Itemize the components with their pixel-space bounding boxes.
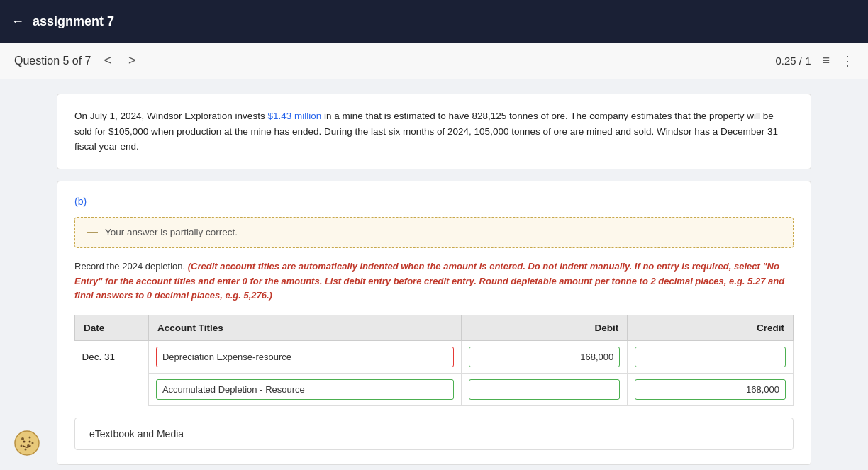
svg-point-1 <box>21 437 24 440</box>
svg-point-2 <box>29 437 31 439</box>
score-area: 0.25 / 1 ≡ ⋮ <box>775 53 854 69</box>
account-input-1[interactable] <box>156 347 455 367</box>
col-header-debit: Debit <box>462 315 628 341</box>
main-content: On July 1, 2024, Windsor Exploration inv… <box>0 79 868 470</box>
col-header-account: Account Titles <box>148 315 462 341</box>
debit-input-2[interactable] <box>469 379 620 400</box>
col-header-credit: Credit <box>628 315 794 341</box>
date-cell-1: Dec. 31 <box>75 341 149 374</box>
svg-point-0 <box>15 431 39 455</box>
journal-table: Date Account Titles Debit Credit Dec. 31 <box>74 315 794 406</box>
prev-question-button[interactable]: < <box>100 52 116 69</box>
problem-text-part1: On July 1, 2024, Windsor Exploration inv… <box>74 111 267 121</box>
problem-highlight: $1.43 million <box>267 111 321 121</box>
account-cell-1 <box>148 341 462 374</box>
nav-title: assignment 7 <box>33 14 114 29</box>
debit-cell-2 <box>462 374 628 406</box>
instruction-start: Record the 2024 depletion. <box>74 261 188 272</box>
back-button[interactable]: ← <box>11 14 24 29</box>
table-row <box>75 374 794 406</box>
question-bar: Question 5 of 7 < > 0.25 / 1 ≡ ⋮ <box>0 43 868 79</box>
etextbook-bar[interactable]: eTextbook and Media <box>74 418 794 450</box>
etextbook-label: eTextbook and Media <box>89 428 184 440</box>
account-cell-2 <box>148 374 462 406</box>
section-label: (b) <box>74 196 794 207</box>
account-input-2[interactable] <box>156 379 455 400</box>
credit-input-2[interactable] <box>635 379 786 400</box>
partial-icon: — <box>87 226 98 239</box>
partial-notice: — Your answer is partially correct. <box>74 217 794 248</box>
question-label: Question 5 of 7 <box>14 55 91 67</box>
credit-cell-2 <box>628 374 794 406</box>
problem-card: On July 1, 2024, Windsor Exploration inv… <box>57 94 811 169</box>
svg-point-7 <box>23 441 26 443</box>
credit-cell-1 <box>628 341 794 374</box>
svg-point-3 <box>21 445 23 447</box>
cookie-icon[interactable] <box>14 430 40 456</box>
list-icon[interactable]: ≡ <box>822 53 830 68</box>
debit-input-1[interactable] <box>469 347 620 367</box>
top-nav: ← assignment 7 <box>0 0 868 43</box>
section-card: (b) — Your answer is partially correct. … <box>57 181 811 465</box>
more-options-icon[interactable]: ⋮ <box>841 53 854 69</box>
next-question-button[interactable]: > <box>124 52 140 69</box>
question-nav: Question 5 of 7 < > <box>14 52 140 69</box>
svg-point-6 <box>25 449 27 451</box>
svg-point-8 <box>29 441 31 443</box>
partial-text: Your answer is partially correct. <box>105 227 238 237</box>
credit-input-1[interactable] <box>635 347 786 367</box>
svg-point-5 <box>32 442 34 444</box>
score-display: 0.25 / 1 <box>775 55 811 67</box>
col-header-date: Date <box>75 315 149 341</box>
date-cell-2 <box>75 374 149 406</box>
debit-cell-1 <box>462 341 628 374</box>
table-row: Dec. 31 <box>75 341 794 374</box>
instruction-text: Record the 2024 depletion. (Credit accou… <box>74 259 794 303</box>
